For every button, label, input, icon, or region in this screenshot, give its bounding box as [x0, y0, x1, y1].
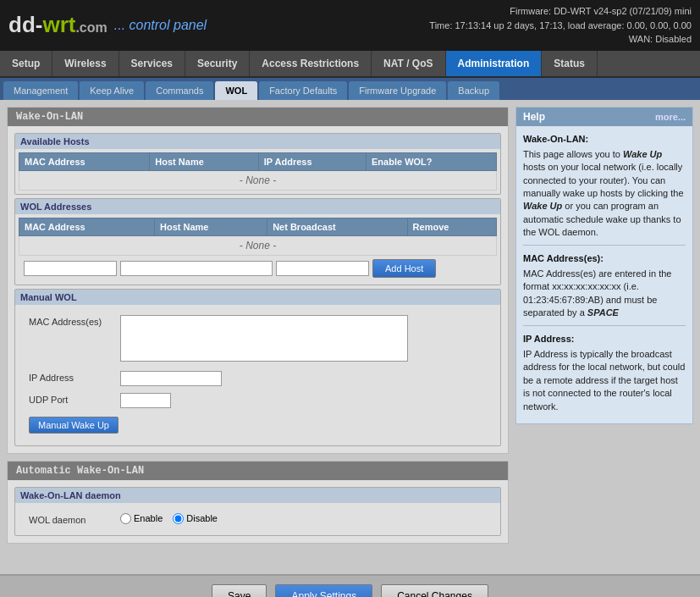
tab-access[interactable]: Access Restrictions [250, 51, 372, 76]
logo-com: .com [75, 20, 107, 35]
wol-daemon-row: WOL daemon Enable Disable [22, 510, 493, 528]
mac-help-title: MAC Address(es): [523, 252, 686, 265]
wol-col-net-broadcast: Net Broadcast [267, 218, 407, 235]
wol-daemon-body: WOL daemon Enable Disable [15, 503, 500, 535]
tab-services[interactable]: Services [119, 51, 185, 76]
available-hosts-none-row: - None - [19, 170, 497, 190]
disable-radio[interactable] [173, 513, 184, 524]
sidebar: Help more... Wake-On-LAN: This page allo… [515, 107, 693, 567]
ip-address-row: IP Address [22, 368, 493, 390]
col-enable-wol: Enable WOL? [367, 152, 497, 170]
nav-tabs: Setup Wireless Services Security Access … [0, 51, 700, 78]
mac-help-text: MAC Address(es) are entered in the forma… [523, 268, 686, 320]
header: dd-wrt.com ... control panel Firmware: D… [0, 0, 700, 51]
help-more-link[interactable]: more... [655, 112, 686, 122]
logo: dd-wrt.com ... control panel [8, 12, 207, 38]
available-hosts-title: Available Hosts [15, 134, 500, 149]
wol-help-text: This page allows you to Wake Up hosts on… [523, 148, 686, 240]
subtab-wol[interactable]: WOL [215, 81, 257, 100]
logo-wrt: wrt [42, 12, 75, 37]
subtab-factory[interactable]: Factory Defaults [259, 81, 347, 100]
disable-text: Disable [186, 513, 218, 523]
wol-col-mac: MAC Address [19, 218, 155, 235]
tab-nat[interactable]: NAT / QoS [372, 51, 445, 76]
cancel-changes-button[interactable]: Cancel Changes [381, 584, 488, 598]
sub-tabs: Management Keep Alive Commands WOL Facto… [0, 78, 700, 100]
mac-addresses-row: MAC Address(es) [22, 312, 493, 368]
wol-addresses-title: WOL Addresses [15, 199, 500, 214]
tab-wireless[interactable]: Wireless [52, 51, 119, 76]
available-hosts-table: MAC Address Host Name IP Address Enable … [19, 152, 497, 191]
subtab-commands[interactable]: Commands [146, 81, 213, 100]
mac-addresses-label: MAC Address(es) [29, 315, 113, 327]
tab-security[interactable]: Security [185, 51, 250, 76]
udp-port-row: UDP Port [22, 390, 493, 412]
wol-title: Wake-On-LAN [8, 108, 508, 126]
add-host-input[interactable] [120, 261, 273, 276]
manual-wol-body: MAC Address(es) IP Address UDP Port [15, 305, 500, 445]
content-area: Wake-On-LAN Available Hosts MAC Address … [7, 107, 509, 567]
add-host-row: Add Host [19, 256, 497, 281]
help-divider1 [523, 245, 686, 246]
available-hosts-section: Available Hosts MAC Address Host Name IP… [14, 133, 501, 195]
wol-help-title: Wake-On-LAN: [523, 133, 686, 146]
enable-radio[interactable] [120, 513, 131, 524]
enable-text: Enable [134, 513, 163, 523]
help-header: Help more... [516, 108, 692, 126]
enable-label[interactable]: Enable [120, 513, 163, 524]
add-ip-input[interactable] [276, 261, 369, 276]
wan-status: WAN: Disabled [429, 32, 692, 47]
available-hosts-body: MAC Address Host Name IP Address Enable … [15, 149, 500, 194]
tab-administration[interactable]: Administration [446, 51, 543, 76]
help-divider2 [523, 325, 686, 326]
subtab-keepalive[interactable]: Keep Alive [80, 81, 144, 100]
ip-address-label: IP Address [29, 371, 113, 383]
wol-addresses-table: MAC Address Host Name Net Broadcast Remo… [19, 218, 497, 256]
mac-addresses-textarea[interactable] [120, 315, 408, 362]
firmware-text: Firmware: DD-WRT v24-sp2 (07/21/09) mini [429, 4, 692, 19]
manual-wakeup-button[interactable]: Manual Wake Up [29, 417, 119, 434]
add-host-button[interactable]: Add Host [372, 259, 436, 278]
manual-wol-title: Manual WOL [15, 290, 500, 305]
add-mac-input[interactable] [24, 261, 117, 276]
wake-up-italic1: Wake Up [623, 149, 662, 159]
udp-port-label: UDP Port [29, 393, 113, 405]
subtab-firmware[interactable]: Firmware Upgrade [349, 81, 446, 100]
logo-panel: ... control panel [114, 18, 207, 33]
tab-setup[interactable]: Setup [0, 51, 52, 76]
time-text: Time: 17:13:14 up 2 days, 17:13, load av… [429, 19, 692, 33]
wol-addresses-none-row: - None - [19, 235, 497, 255]
ip-help-text: IP Address is typically the broadcast ad… [523, 348, 686, 413]
ip-help-title: IP Address: [523, 333, 686, 345]
ip-address-control [120, 371, 222, 386]
tab-status[interactable]: Status [542, 51, 598, 76]
save-button[interactable]: Save [212, 584, 267, 598]
manual-wol-section: Manual WOL MAC Address(es) IP Address [14, 289, 501, 446]
logo-text: dd-wrt.com [8, 12, 107, 38]
wol-col-host: Host Name [155, 218, 267, 235]
disable-label[interactable]: Disable [173, 513, 218, 524]
apply-settings-button[interactable]: Apply Settings [275, 584, 372, 598]
col-mac-addr: MAC Address [19, 152, 150, 170]
space-italic: SPACE [587, 307, 619, 318]
wol-section: Wake-On-LAN Available Hosts MAC Address … [7, 107, 509, 454]
ip-address-input[interactable] [120, 371, 222, 386]
available-hosts-none: - None - [19, 170, 497, 190]
manual-wakeup-row: Manual Wake Up [22, 412, 493, 439]
wol-daemon-section: Wake-On-LAN daemon WOL daemon Enable Dis… [14, 487, 501, 536]
wol-daemon-control: Enable Disable [120, 513, 218, 524]
wol-daemon-title: Wake-On-LAN daemon [15, 488, 500, 503]
help-box: Help more... Wake-On-LAN: This page allo… [515, 107, 693, 424]
help-title: Help [523, 111, 545, 123]
wake-up-italic2: Wake Up [523, 201, 562, 211]
col-host-name: Host Name [150, 152, 258, 170]
automatic-wol-title: Automatic Wake-On-LAN [8, 462, 508, 480]
subtab-backup[interactable]: Backup [448, 81, 499, 100]
main-content: Wake-On-LAN Available Hosts MAC Address … [0, 100, 700, 574]
subtab-management[interactable]: Management [3, 81, 78, 100]
udp-port-input[interactable] [120, 393, 171, 408]
wol-addresses-section: WOL Addresses MAC Address Host Name Net … [14, 198, 501, 285]
help-body: Wake-On-LAN: This page allows you to Wak… [516, 126, 692, 423]
wol-addresses-body: MAC Address Host Name Net Broadcast Remo… [15, 214, 500, 285]
wol-addresses-none: - None - [19, 235, 497, 255]
